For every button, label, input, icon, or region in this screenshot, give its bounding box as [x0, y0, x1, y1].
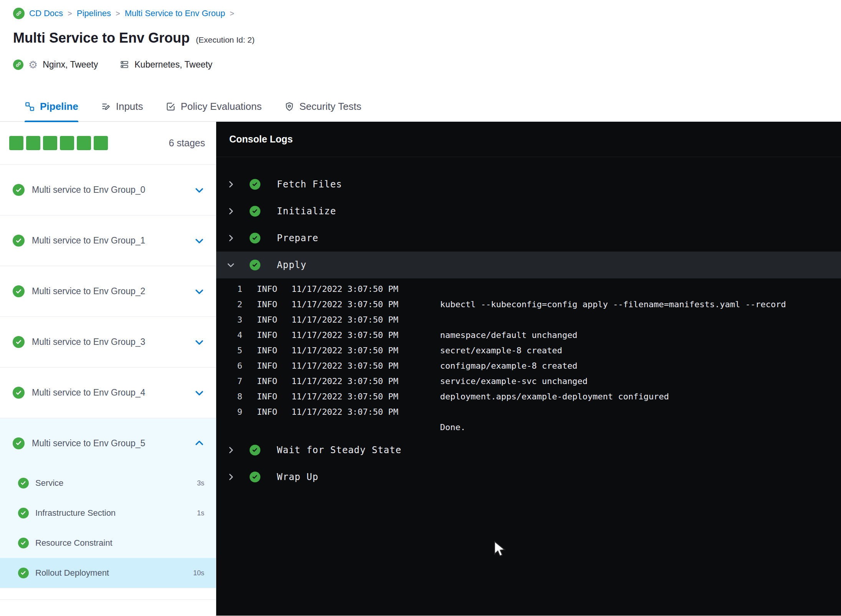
sidebar-divider	[0, 599, 216, 600]
log-line-number: 3	[232, 312, 242, 328]
stage-square[interactable]	[9, 136, 23, 150]
step-duration: 10s	[193, 569, 204, 577]
tab-security-tests-label: Security Tests	[300, 101, 361, 113]
log-line-number: 8	[232, 389, 242, 404]
log-line-number: 1	[232, 282, 242, 297]
chevron-up-icon[interactable]	[194, 438, 204, 448]
console-step-initialize[interactable]: Initialize	[216, 198, 841, 225]
success-check-icon	[13, 437, 25, 449]
stage-row-5-expanded: Multi service to Env Group_5 Service 3s …	[0, 418, 216, 588]
step-row-resource-constraint[interactable]: Resource Constraint	[0, 528, 216, 558]
log-timestamp: 11/17/2022 3:07:50 PM	[291, 312, 440, 328]
tab-inputs[interactable]: Inputs	[101, 92, 143, 122]
success-check-icon	[13, 336, 25, 348]
gear-icon: ⚙	[28, 60, 38, 70]
log-line-number	[232, 420, 242, 435]
step-row-rollout-deployment[interactable]: Rollout Deployment 10s	[0, 558, 216, 588]
console-step-wait-for-steady-state[interactable]: Wait for Steady State	[216, 437, 841, 464]
log-message: configmap/example-8 created	[440, 358, 578, 374]
pipeline-link-icon	[13, 8, 25, 19]
success-check-icon	[250, 233, 260, 243]
chevron-down-icon[interactable]	[194, 337, 204, 347]
stage-row-0[interactable]: Multi service to Env Group_0	[0, 165, 216, 215]
console-step-label: Initialize	[277, 206, 336, 217]
log-line: 7INFO11/17/2022 3:07:50 PMservice/exampl…	[216, 374, 841, 389]
step-row-service[interactable]: Service 3s	[0, 468, 216, 498]
chevron-down-icon[interactable]	[194, 236, 204, 246]
log-line: 4INFO11/17/2022 3:07:50 PMnamespace/defa…	[216, 328, 841, 343]
stage-label: Multi service to Env Group_0	[32, 185, 194, 195]
tab-policy-evaluations[interactable]: Policy Evaluations	[166, 92, 262, 122]
log-line-number: 4	[232, 328, 242, 343]
success-check-icon	[250, 472, 260, 482]
console-step-label: Prepare	[277, 233, 318, 243]
success-check-icon	[13, 285, 25, 297]
chevron-right-icon[interactable]	[227, 446, 235, 454]
stage-row-3[interactable]: Multi service to Env Group_3	[0, 317, 216, 368]
stage-count-label: 6 stages	[169, 137, 205, 149]
execution-meta-row: ⚙ Nginx, Tweety Kubernetes, Tweety	[13, 58, 841, 71]
console-step-prepare[interactable]: Prepare	[216, 225, 841, 252]
breadcrumb-cd-docs[interactable]: CD Docs	[29, 8, 63, 18]
chevron-down-icon[interactable]	[194, 185, 204, 195]
stage-square[interactable]	[94, 136, 108, 150]
log-timestamp: 11/17/2022 3:07:50 PM	[291, 282, 440, 297]
stage-row-5[interactable]: Multi service to Env Group_5	[0, 418, 216, 468]
success-check-icon	[18, 568, 29, 578]
tab-pipeline[interactable]: Pipeline	[25, 92, 78, 122]
log-line: Done.	[216, 420, 841, 435]
log-timestamp: 11/17/2022 3:07:50 PM	[291, 297, 440, 312]
chevron-right-icon[interactable]	[227, 180, 235, 189]
step-label: Infrastructure Section	[35, 508, 197, 518]
log-line: 3INFO11/17/2022 3:07:50 PM	[216, 312, 841, 328]
console-step-wrap-up[interactable]: Wrap Up	[216, 464, 841, 490]
log-level: INFO	[257, 297, 291, 312]
page-title: Multi Service to Env Group	[13, 30, 190, 46]
stages-summary: 6 stages	[0, 122, 216, 165]
stage-row-4[interactable]: Multi service to Env Group_4	[0, 368, 216, 418]
success-check-icon	[250, 260, 260, 270]
stage-label: Multi service to Env Group_1	[32, 235, 194, 246]
stage-square[interactable]	[26, 136, 40, 150]
log-line: 5INFO11/17/2022 3:07:50 PMsecret/example…	[216, 343, 841, 358]
chevron-right-icon[interactable]	[227, 207, 235, 215]
stage-square[interactable]	[60, 136, 74, 150]
log-message: service/example-svc unchanged	[440, 374, 588, 389]
log-line: 2INFO11/17/2022 3:07:50 PMkubectl --kube…	[216, 297, 841, 312]
chevron-down-icon[interactable]	[194, 286, 204, 296]
console-step-label: Wait for Steady State	[277, 445, 401, 455]
stage-row-2[interactable]: Multi service to Env Group_2	[0, 266, 216, 317]
success-check-icon	[13, 387, 25, 399]
tab-security-tests[interactable]: Security Tests	[284, 92, 361, 122]
console-step-apply[interactable]: Apply	[216, 252, 841, 278]
stage-square[interactable]	[43, 136, 57, 150]
log-line: 6INFO11/17/2022 3:07:50 PMconfigmap/exam…	[216, 358, 841, 374]
success-check-icon	[18, 478, 29, 488]
stage-sidebar: 6 stages Multi service to Env Group_0 Mu…	[0, 122, 216, 616]
success-check-icon	[250, 445, 260, 455]
policy-check-icon	[166, 101, 176, 112]
log-timestamp: 11/17/2022 3:07:50 PM	[291, 374, 440, 389]
stage-row-1[interactable]: Multi service to Env Group_1	[0, 215, 216, 266]
chevron-right-icon[interactable]	[227, 234, 235, 242]
chevron-down-icon[interactable]	[227, 261, 235, 269]
log-level: INFO	[257, 343, 291, 358]
step-duration: 3s	[197, 479, 204, 487]
page-title-row: Multi Service to Env Group (Execution Id…	[13, 30, 841, 48]
chevron-down-icon[interactable]	[194, 388, 204, 398]
console-step-fetch-files[interactable]: Fetch Files	[216, 171, 841, 198]
breadcrumb-pipeline-name[interactable]: Multi Service to Env Group	[125, 8, 225, 18]
stage-label: Multi service to Env Group_2	[32, 286, 194, 296]
log-level	[257, 420, 291, 435]
success-check-icon	[13, 184, 25, 196]
step-row-infrastructure[interactable]: Infrastructure Section 1s	[0, 498, 216, 528]
tab-bar: Pipeline Inputs Policy Evaluations Secur…	[0, 92, 841, 122]
log-timestamp	[291, 420, 440, 435]
log-line-number: 7	[232, 374, 242, 389]
success-check-icon	[13, 235, 25, 247]
log-line-number: 9	[232, 404, 242, 420]
stage-square[interactable]	[77, 136, 91, 150]
chevron-right-icon[interactable]	[227, 473, 235, 481]
kubernetes-icon	[119, 60, 129, 70]
breadcrumb-pipelines[interactable]: Pipelines	[77, 8, 111, 18]
